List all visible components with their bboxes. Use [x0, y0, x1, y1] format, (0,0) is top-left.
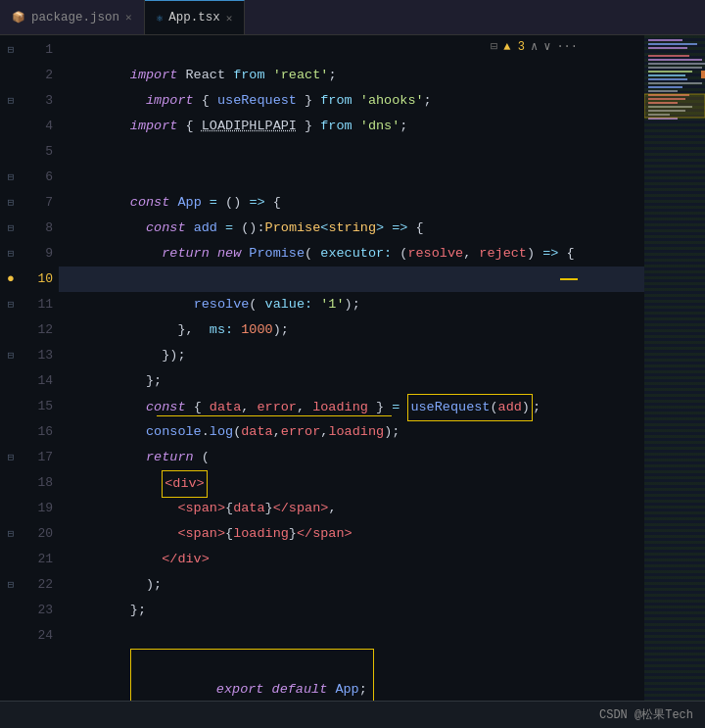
- gutter-20: ⊟: [0, 521, 22, 547]
- gutter-14: [0, 368, 22, 394]
- svg-rect-21: [701, 71, 705, 78]
- gutter-13: ⊟: [0, 343, 22, 368]
- svg-rect-9: [648, 78, 687, 80]
- line-num-8: 8: [27, 216, 53, 241]
- svg-rect-4: [648, 59, 702, 61]
- line15-underline: [157, 415, 392, 417]
- code-line-16: return (: [59, 419, 644, 445]
- tab-package-json[interactable]: 📦 package.json ✕: [0, 0, 145, 34]
- status-bar: CSDN @松果Tech: [0, 701, 705, 728]
- code-line-13: };: [59, 343, 644, 368]
- gutter-11: ⊟: [0, 292, 22, 317]
- svg-rect-10: [648, 82, 702, 84]
- gutter-5: [0, 139, 22, 165]
- tab-bar: 📦 package.json ✕ ⚛ App.tsx ✕: [0, 0, 705, 35]
- gutter-16: [0, 419, 22, 445]
- code-line-6: const App = () => {: [59, 165, 644, 190]
- code-line-17: <div>: [59, 445, 644, 470]
- svg-rect-6: [648, 67, 702, 69]
- app-tsx-icon: ⚛: [157, 12, 164, 24]
- gutter-10: ●: [0, 267, 22, 292]
- minimap-svg: [644, 35, 705, 701]
- line-num-14: 14: [27, 368, 53, 394]
- line-num-24: 24: [27, 623, 53, 649]
- gutter-22: ⊟: [0, 572, 22, 598]
- line-num-9: 9: [27, 241, 53, 267]
- export-default-highlight: export default App;: [130, 649, 374, 701]
- code-line-5: [59, 139, 644, 165]
- line-num-6: 6: [27, 165, 53, 190]
- gutter-9: ⊟: [0, 241, 22, 267]
- gutter-3: ⊟: [0, 88, 22, 114]
- code-line-12: });: [59, 317, 644, 343]
- code-line-1: import React from 'react';: [59, 37, 644, 63]
- gutter-4: [0, 114, 22, 139]
- line-num-16: 16: [27, 419, 53, 445]
- code-line-18: <span>{data}</span>,: [59, 470, 644, 496]
- code-line-15: console.log(data,error,loading);: [59, 394, 644, 419]
- gutter-19: [0, 496, 22, 521]
- gutter-8: ⊟: [0, 216, 22, 241]
- gutter-15: [0, 394, 22, 419]
- line-num-23: 23: [27, 598, 53, 623]
- line-num-5: 5: [27, 139, 53, 165]
- tab-package-json-label: package.json: [31, 11, 119, 24]
- code-line-11: }, ms: 1000);: [59, 292, 644, 317]
- svg-rect-12: [648, 90, 678, 92]
- code-area[interactable]: ⊟ ▲ 3 ∧ ∨ ··· import React from 'react';…: [59, 35, 644, 701]
- tab-package-json-close[interactable]: ✕: [125, 11, 132, 24]
- code-line-14: const { data, error, loading } = useRequ…: [59, 368, 644, 394]
- code-line-24: export default App;: [59, 623, 644, 649]
- svg-rect-11: [648, 86, 682, 88]
- line-num-12: 12: [27, 317, 53, 343]
- code-line-22: };: [59, 572, 644, 598]
- editor-container: 📦 package.json ✕ ⚛ App.tsx ✕ ⊟ ⊟ ⊟ ⊟ ⊟ ⊟…: [0, 0, 705, 728]
- editor-body: ⊟ ⊟ ⊟ ⊟ ⊟ ⊟ ● ⊟ ⊟ ⊟ ⊟ ⊟ 1: [0, 35, 705, 701]
- tab-app-tsx-label: App.tsx: [168, 11, 220, 24]
- line-num-3: 3: [27, 88, 53, 114]
- gutter-7: ⊟: [0, 190, 22, 216]
- code-line-9: setTimeout( callback: () => {: [59, 241, 644, 267]
- tab-app-tsx-close[interactable]: ✕: [226, 12, 233, 24]
- svg-rect-3: [648, 55, 689, 57]
- code-line-23: [59, 598, 644, 623]
- svg-rect-0: [648, 39, 682, 41]
- svg-rect-5: [648, 63, 705, 65]
- gutter-icons: ⊟ ⊟ ⊟ ⊟ ⊟ ⊟ ● ⊟ ⊟ ⊟ ⊟ ⊟: [0, 35, 22, 701]
- gutter-23: [0, 598, 22, 623]
- line-num-21: 21: [27, 547, 53, 572]
- line-num-15: 15: [27, 394, 53, 419]
- code-line-8: return new Promise( executor: (resolve, …: [59, 216, 644, 241]
- svg-rect-2: [648, 47, 687, 49]
- line-num-13: 13: [27, 343, 53, 368]
- code-line-7: const add = ():Promise<string> => {: [59, 190, 644, 216]
- code-line-19: <span>{loading}</span>: [59, 496, 644, 521]
- gutter-24: [0, 623, 22, 649]
- line-numbers: 1 2 3 4 5 6 7 8 9 10 11 12 13 14 15 16 1…: [22, 35, 59, 701]
- branding-text: CSDN @松果Tech: [599, 706, 693, 723]
- line-num-2: 2: [27, 63, 53, 88]
- code-line-2: import { useRequest } from 'ahooks';: [59, 63, 644, 88]
- package-json-icon: 📦: [12, 11, 25, 24]
- code-line-3: import { LOADIPHLPAPI } from 'dns';: [59, 88, 644, 114]
- svg-rect-8: [648, 74, 685, 76]
- line-num-19: 19: [27, 496, 53, 521]
- tab-app-tsx[interactable]: ⚛ App.tsx ✕: [145, 0, 246, 34]
- minimap: [644, 35, 705, 701]
- line-10-dash: [560, 278, 578, 280]
- gutter-21: [0, 547, 22, 572]
- gutter-2: [0, 63, 22, 88]
- line-num-22: 22: [27, 572, 53, 598]
- code-line-4: [59, 114, 644, 139]
- line-num-4: 4: [27, 114, 53, 139]
- line-num-1: 1: [27, 37, 53, 63]
- gutter-17: ⊟: [0, 445, 22, 470]
- code-line-10: resolve( value: '1');: [59, 267, 644, 292]
- gutter-18: [0, 470, 22, 496]
- line-num-11: 11: [27, 292, 53, 317]
- gutter-1: ⊟: [0, 37, 22, 63]
- line-num-17: 17: [27, 445, 53, 470]
- code-line-20: </div>: [59, 521, 644, 547]
- gutter-12: [0, 317, 22, 343]
- svg-rect-1: [648, 43, 697, 45]
